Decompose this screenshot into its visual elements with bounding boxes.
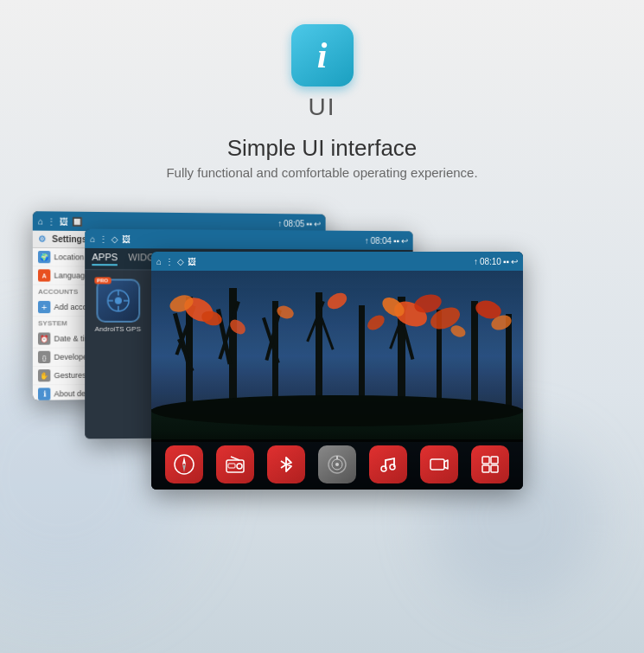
video-dock-btn[interactable]	[420, 445, 458, 483]
battery-front: ▪▪	[503, 257, 509, 266]
pro-badge: PRO	[94, 277, 111, 284]
menu-dots: ⋮	[47, 216, 55, 226]
volume-icon	[326, 453, 348, 476]
time-back2: 08:05	[284, 219, 304, 228]
svg-point-58	[335, 463, 339, 466]
svg-rect-64	[482, 457, 489, 464]
diamond-front: ◇	[177, 257, 184, 266]
bottom-dock	[151, 439, 523, 490]
music-dock-btn[interactable]	[369, 445, 407, 483]
back-front: ↩	[511, 257, 518, 266]
svg-rect-26	[506, 314, 512, 418]
tagline-sub: Fully functional and comfortable operati…	[166, 165, 477, 180]
screens-container: ⌂ ⋮ 🖼 🔲 ↑ 08:05 ▪▪ ↩ ⚙ Settings 🌍 Locati…	[0, 195, 644, 559]
diamond-b1: ◇	[112, 234, 118, 243]
video-icon	[428, 453, 450, 476]
svg-point-1	[114, 298, 121, 304]
svg-marker-63	[444, 460, 448, 469]
status-bar-front: ⌂ ⋮ ◇ 🖼 ↑ 08:10 ▪▪ ↩	[151, 252, 523, 271]
gps-label: AndroiTS GPS	[95, 325, 141, 333]
top-section: i UI Simple UI interface Fully functiona…	[0, 0, 644, 180]
battery-back2: ▪▪	[306, 219, 312, 228]
svg-rect-66	[482, 465, 489, 472]
battery-b1: ▪▪	[393, 236, 399, 246]
time-back1: 08:04	[371, 235, 392, 245]
gps-icon: PRO	[96, 278, 140, 323]
signal-b1: ↑	[365, 235, 369, 245]
bluetooth-dock-btn[interactable]	[267, 445, 305, 483]
svg-marker-49	[182, 464, 186, 472]
tagline-title: Simple UI interface	[227, 135, 418, 162]
tab-apps[interactable]: APPS	[92, 252, 118, 266]
home-icon-b1: ⌂	[90, 234, 95, 243]
front-screen: ⌂ ⋮ ◇ 🖼 ↑ 08:10 ▪▪ ↩	[151, 252, 523, 490]
svg-rect-65	[491, 457, 498, 464]
back-arrow: ↩	[314, 219, 321, 228]
photo-icon: 🖼	[60, 216, 68, 226]
grid-dock-btn[interactable]	[471, 445, 509, 483]
dots-b1: ⋮	[99, 234, 108, 243]
grid-icon	[479, 453, 501, 476]
bluetooth-icon	[275, 453, 297, 476]
radio-dock-btn[interactable]	[216, 445, 254, 483]
signal-icon: ↑	[277, 219, 282, 228]
volume-dock-btn[interactable]	[318, 445, 356, 483]
dots-front: ⋮	[165, 257, 174, 266]
img-b1: 🖼	[122, 234, 131, 244]
app-icon: i	[291, 24, 354, 86]
compass-dock-btn[interactable]	[165, 445, 203, 483]
compass-icon	[173, 453, 195, 476]
music-icon	[377, 453, 399, 476]
svg-rect-62	[430, 459, 444, 470]
svg-marker-48	[182, 457, 186, 464]
status-bar-back1: ⌂ ⋮ ◇ 🖼 ↑ 08:04 ▪▪ ↩	[85, 229, 413, 250]
front-content	[151, 271, 523, 490]
svg-point-52	[237, 464, 242, 469]
gps-app-item[interactable]: PRO AndroiTS GPS	[93, 278, 142, 337]
img-icon: 🔲	[72, 216, 82, 226]
svg-rect-53	[228, 464, 235, 468]
home-icon: ⌂	[38, 216, 43, 226]
svg-rect-67	[491, 465, 498, 472]
app-name: UI	[309, 93, 336, 121]
home-icon-front: ⌂	[156, 257, 162, 266]
img-front: 🖼	[188, 257, 196, 266]
autumn-scene-svg	[151, 271, 523, 442]
svg-point-32	[151, 395, 523, 426]
back-b1: ↩	[401, 236, 408, 246]
radio-icon	[224, 453, 246, 476]
time-front: 08:10	[480, 257, 501, 266]
signal-front: ↑	[474, 257, 478, 266]
